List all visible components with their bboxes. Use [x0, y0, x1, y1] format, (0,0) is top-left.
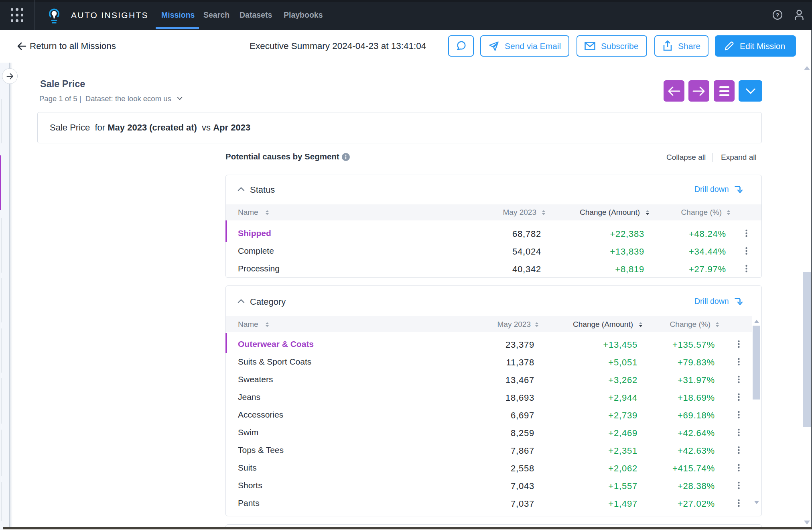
svg-text:?: ? — [775, 12, 779, 18]
